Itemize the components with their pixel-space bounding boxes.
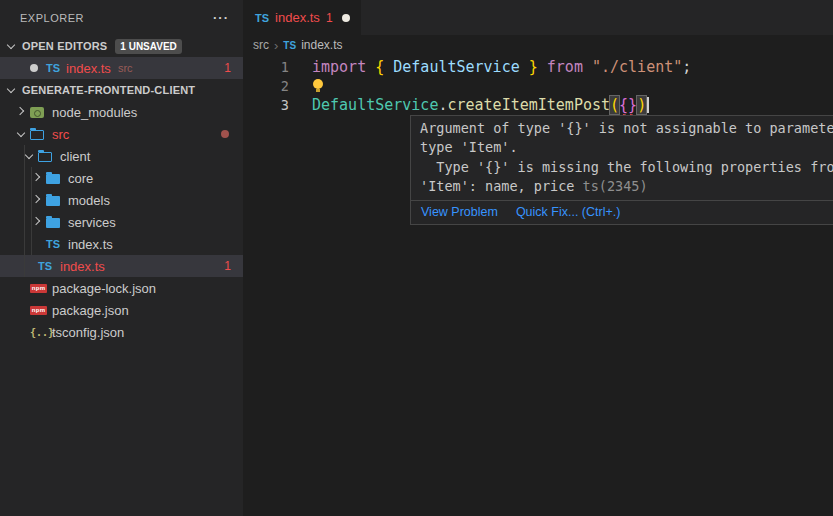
folder-node-modules-icon — [30, 107, 44, 118]
chevron-down-icon — [4, 38, 20, 54]
more-actions-icon[interactable]: ··· — [213, 10, 229, 25]
open-editors-header[interactable]: OPEN EDITORS 1 UNSAVED — [0, 35, 243, 57]
tab-bar: TS index.ts 1 — [243, 0, 833, 35]
tab-error-count: 1 — [326, 11, 333, 25]
tree-item-label: services — [68, 215, 116, 230]
error-count-badge: 1 — [224, 61, 231, 75]
folder-icon — [46, 218, 60, 228]
code-line: 1import { DefaultService } from "./clien… — [243, 57, 833, 76]
tree-item-label: core — [68, 171, 93, 186]
icon-slot — [46, 192, 66, 208]
open-editor-description: src — [118, 62, 133, 74]
tree-item-node-modules[interactable]: node_modules — [0, 101, 243, 123]
tree-item-services[interactable]: services — [0, 211, 243, 233]
code-token: { — [375, 58, 384, 76]
code-token: . — [438, 96, 447, 114]
icon-slot — [46, 214, 66, 230]
workspace-label: GENERATE-FRONTEND-CLIENT — [22, 84, 195, 96]
explorer-title: EXPLORER — [20, 12, 84, 24]
error-dot-icon — [221, 130, 229, 138]
icon-slot — [30, 126, 50, 142]
code-line-content: DefaultService.createItemItemPost({}) — [312, 96, 649, 114]
quick-fix-link[interactable]: Quick Fix... (Ctrl+.) — [516, 205, 621, 219]
tree-item-label: client — [60, 149, 90, 164]
tree-item-label: package.json — [52, 303, 129, 318]
file-tree: node_modulessrcclientcoremodelsservicesT… — [0, 101, 243, 343]
npm-icon: npm — [30, 306, 47, 315]
ts-error-code: ts(2345) — [583, 178, 648, 194]
tree-item-index-ts[interactable]: TSindex.ts1 — [0, 255, 243, 277]
lightbulb-icon[interactable] — [312, 79, 324, 94]
breadcrumb: src › TS index.ts — [243, 35, 833, 55]
explorer-sidebar: EXPLORER ··· OPEN EDITORS 1 UNSAVED TS i… — [0, 0, 243, 516]
icon-slot: {..} — [30, 324, 50, 340]
breadcrumb-item-file[interactable]: index.ts — [301, 38, 342, 52]
tree-item-label: src — [52, 127, 69, 142]
typescript-file-icon: TS — [283, 40, 296, 51]
tree-item-label: package-lock.json — [52, 281, 156, 296]
icon-slot — [46, 170, 66, 186]
folder-open-icon — [38, 152, 52, 162]
icon-slot: npm — [30, 280, 50, 296]
folder-open-icon — [30, 130, 44, 140]
code-token — [366, 58, 375, 76]
tree-item-tsconfig-json[interactable]: {..}tsconfig.json — [0, 321, 243, 343]
tree-item-src[interactable]: src — [0, 123, 243, 145]
chevron-right-icon — [30, 170, 46, 186]
tree-item-core[interactable]: core — [0, 167, 243, 189]
line-number: 2 — [243, 78, 289, 94]
code-token: } — [529, 58, 538, 76]
tree-item-package-json[interactable]: npmpackage.json — [0, 299, 243, 321]
tab-index-ts[interactable]: TS index.ts 1 — [243, 0, 361, 35]
tree-item-models[interactable]: models — [0, 189, 243, 211]
modified-dot-icon[interactable] — [342, 14, 350, 22]
icon-slot — [38, 148, 58, 164]
code-token: ) — [637, 96, 646, 114]
folder-icon — [46, 196, 60, 206]
tooltip-message-line: Argument of type '{}' is not assignable … — [420, 119, 833, 138]
code-token: DefaultService — [393, 58, 519, 76]
folder-icon — [46, 174, 60, 184]
open-editor-item[interactable]: TS index.ts src 1 — [0, 57, 243, 79]
editor-area: TS index.ts 1 src › TS index.ts 1import … — [243, 0, 833, 516]
code-token: ; — [682, 58, 691, 76]
tooltip-actions: View ProblemQuick Fix... (Ctrl+.) — [411, 200, 833, 224]
breadcrumb-item-src[interactable]: src — [253, 38, 269, 52]
chevron-down-icon — [22, 148, 38, 164]
npm-icon: npm — [30, 284, 47, 293]
code-line-content: import { DefaultService } from "./client… — [312, 58, 691, 76]
icon-slot — [30, 104, 50, 120]
view-problem-link[interactable]: View Problem — [421, 205, 498, 219]
open-editors-label: OPEN EDITORS — [22, 40, 107, 52]
chevron-right-icon — [30, 214, 46, 230]
tree-item-package-lock-json[interactable]: npmpackage-lock.json — [0, 277, 243, 299]
icon-slot: TS — [46, 236, 66, 252]
tree-item-label: node_modules — [52, 105, 137, 120]
code-token — [520, 58, 529, 76]
tooltip-message-line: 'Item': name, price ts(2345) — [420, 177, 833, 196]
typescript-file-icon: TS — [46, 238, 60, 250]
tree-item-label: tsconfig.json — [52, 325, 124, 340]
chevron-down-icon — [4, 82, 20, 98]
explorer-header: EXPLORER ··· — [0, 0, 243, 35]
typescript-file-icon: TS — [46, 62, 60, 74]
code-editor[interactable]: 1import { DefaultService } from "./clien… — [243, 55, 833, 115]
code-token: {} — [619, 96, 637, 114]
code-token — [538, 58, 547, 76]
tree-item-index-ts[interactable]: TSindex.ts — [0, 233, 243, 255]
unsaved-badge: 1 UNSAVED — [115, 39, 182, 54]
workspace-section-header[interactable]: GENERATE-FRONTEND-CLIENT — [0, 79, 243, 101]
code-token: "./client" — [592, 58, 682, 76]
vscode-window: EXPLORER ··· OPEN EDITORS 1 UNSAVED TS i… — [0, 0, 833, 516]
modified-dot-icon[interactable] — [30, 64, 38, 72]
tab-filename: index.ts — [275, 10, 320, 25]
chevron-spacer — [14, 280, 30, 296]
line-number: 1 — [243, 59, 289, 75]
typescript-file-icon: TS — [38, 260, 52, 272]
json-braces-icon: {..} — [30, 327, 54, 338]
code-line: 2 — [243, 76, 833, 95]
tree-item-client[interactable]: client — [0, 145, 243, 167]
typescript-file-icon: TS — [255, 12, 269, 24]
tooltip-message: Argument of type '{}' is not assignable … — [411, 116, 833, 200]
code-token: from — [547, 58, 583, 76]
